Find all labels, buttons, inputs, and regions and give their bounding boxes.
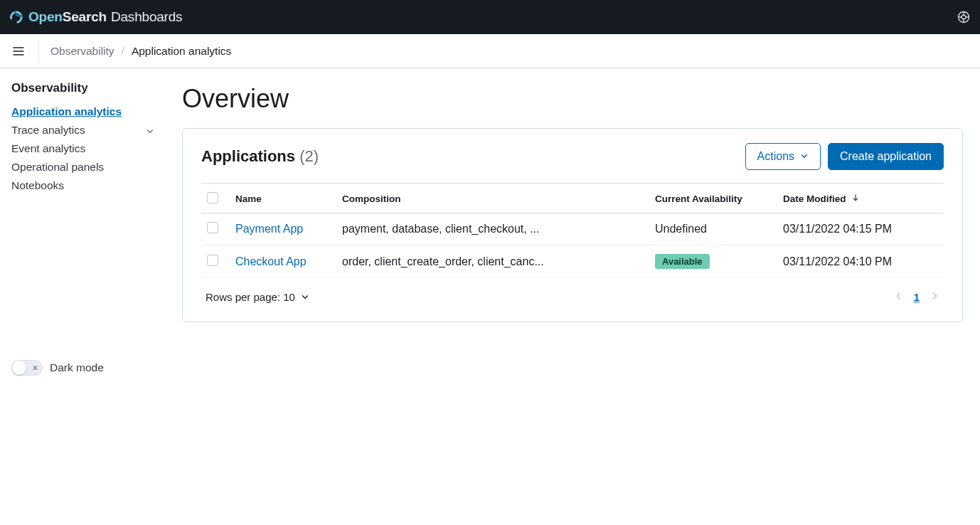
- rows-per-page-label: Rows per page: 10: [206, 291, 295, 303]
- table-footer: Rows per page: 10 1: [201, 278, 944, 304]
- sidebar-item-operational-panels[interactable]: Operational panels: [11, 158, 156, 176]
- applications-table: Name Composition Current Availability Da…: [201, 183, 944, 304]
- brand-open: Open: [28, 9, 63, 24]
- sidebar-item-trace-analytics[interactable]: Trace analytics: [11, 121, 156, 139]
- table-row: Payment App payment, database, client_ch…: [201, 213, 944, 245]
- close-icon: ✕: [32, 364, 38, 373]
- page-title: Overview: [182, 84, 963, 114]
- pager-next-icon[interactable]: [930, 291, 939, 303]
- col-date-modified-label: Date Modified: [783, 193, 846, 204]
- col-availability[interactable]: Current Availability: [649, 184, 777, 213]
- row-date: 03/11/2022 04:15 PM: [777, 213, 944, 245]
- chevron-down-icon: [301, 291, 309, 303]
- rows-per-page-selector[interactable]: Rows per page: 10: [206, 291, 309, 303]
- breadcrumb-bar: Observability / Application analytics: [0, 34, 980, 68]
- brand[interactable]: OpenSearchDashboards: [9, 9, 182, 25]
- brand-text: OpenSearchDashboards: [28, 9, 182, 25]
- app-link[interactable]: Payment App: [235, 223, 303, 235]
- dark-mode-toggle-row: ✕ Dark mode: [11, 360, 104, 376]
- chevron-down-icon: [146, 125, 156, 135]
- row-checkbox[interactable]: [207, 255, 218, 266]
- sidebar-item-label: Trace analytics: [11, 124, 85, 137]
- breadcrumb-root[interactable]: Observability: [50, 45, 114, 58]
- col-select-all: [201, 184, 230, 213]
- content-area: Overview Applications (2) Actions Create…: [165, 68, 980, 525]
- sidebar-item-label: Event analytics: [11, 142, 85, 155]
- actions-button[interactable]: Actions: [745, 143, 821, 170]
- panel-actions: Actions Create application: [745, 143, 944, 170]
- help-icon[interactable]: [956, 9, 971, 25]
- dark-mode-label: Dark mode: [50, 361, 104, 374]
- create-label: Create application: [840, 150, 932, 163]
- opensearch-logo-icon: [9, 9, 24, 25]
- divider: [38, 40, 39, 63]
- sidebar-item-label: Application analytics: [11, 105, 122, 118]
- chevron-down-icon: [800, 150, 809, 163]
- row-availability: Undefined: [655, 223, 707, 235]
- pager-page-number[interactable]: 1: [914, 291, 920, 303]
- panel-title: Applications (2): [201, 147, 319, 166]
- sidebar-item-label: Notebooks: [11, 179, 64, 192]
- pager: 1: [894, 291, 939, 303]
- brand-dash: Dashboards: [111, 9, 182, 24]
- select-all-checkbox[interactable]: [207, 192, 218, 203]
- sidebar-item-application-analytics[interactable]: Application analytics: [11, 102, 156, 121]
- row-composition: payment, database, client_checkout, ...: [336, 213, 649, 245]
- create-application-button[interactable]: Create application: [828, 143, 944, 170]
- svg-point-1: [962, 15, 966, 19]
- switch-thumb: [12, 361, 26, 375]
- row-date: 03/11/2022 04:10 PM: [777, 245, 944, 278]
- col-name[interactable]: Name: [230, 184, 336, 213]
- table-row: Checkout App order, client_create_order,…: [201, 245, 944, 278]
- actions-label: Actions: [757, 150, 794, 163]
- row-composition: order, client_create_order, client_canc.…: [336, 245, 649, 278]
- breadcrumb-current: Application analytics: [132, 45, 231, 58]
- panel-title-text: Applications: [201, 147, 295, 165]
- panel-title-count: (2): [299, 147, 319, 165]
- menu-toggle-icon[interactable]: [10, 43, 27, 60]
- col-date-modified[interactable]: Date Modified: [777, 184, 944, 213]
- sidebar-item-event-analytics[interactable]: Event analytics: [11, 139, 156, 158]
- sort-desc-icon: [851, 193, 860, 204]
- panel-header: Applications (2) Actions Create applicat…: [201, 143, 944, 170]
- col-composition[interactable]: Composition: [336, 184, 649, 213]
- app-link[interactable]: Checkout App: [235, 255, 307, 267]
- pager-prev-icon[interactable]: [894, 291, 904, 303]
- brand-search: Search: [63, 9, 107, 24]
- dark-mode-switch[interactable]: ✕: [11, 360, 43, 376]
- breadcrumb: Observability / Application analytics: [50, 45, 231, 58]
- table-header-row: Name Composition Current Availability Da…: [201, 184, 944, 213]
- top-bar: OpenSearchDashboards: [0, 0, 980, 34]
- row-availability-badge: Available: [655, 254, 710, 269]
- sidebar-title: Observability: [11, 81, 156, 95]
- breadcrumb-sep: /: [122, 45, 124, 58]
- applications-panel: Applications (2) Actions Create applicat…: [182, 128, 963, 322]
- sidebar-item-label: Operational panels: [11, 161, 104, 174]
- row-checkbox[interactable]: [207, 222, 218, 233]
- sidebar-item-notebooks[interactable]: Notebooks: [11, 176, 156, 195]
- sidebar: Observability Application analytics Trac…: [0, 68, 165, 525]
